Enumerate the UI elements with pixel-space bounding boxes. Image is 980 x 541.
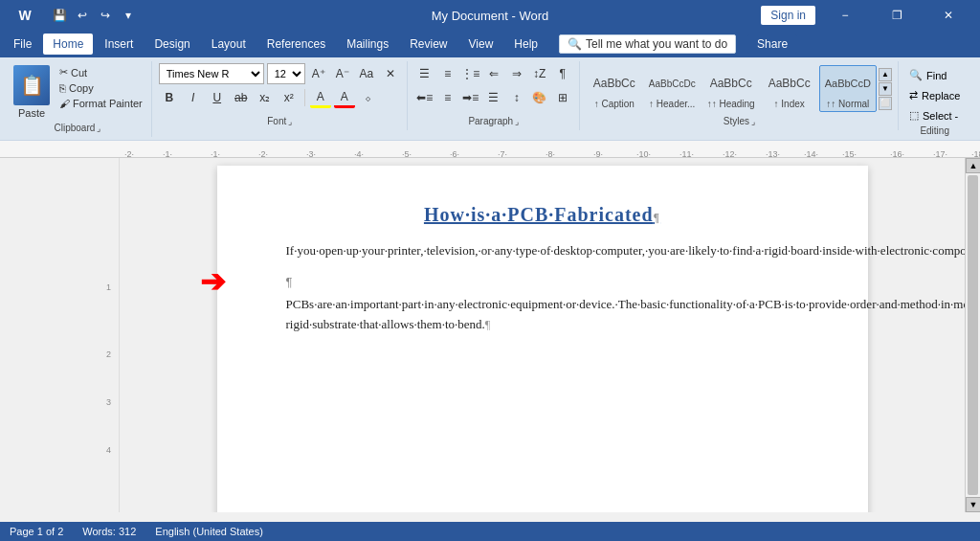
bold-button[interactable]: B (159, 87, 180, 108)
language: English (United States) (155, 526, 263, 537)
font-color-button[interactable]: A (334, 87, 355, 108)
decrease-font-button[interactable]: A⁻ (332, 63, 353, 84)
select-button[interactable]: ⬚ Select - (905, 107, 962, 124)
replace-button[interactable]: ⇄ Replace (905, 87, 964, 103)
paragraph-mark: ¶ (286, 275, 293, 289)
menu-item-layout[interactable]: Layout (202, 34, 256, 55)
document-title: My Document - Word (432, 9, 549, 23)
multilevel-button[interactable]: ⋮≡ (460, 63, 481, 84)
paste-label: Paste (18, 107, 45, 119)
title-bar: W 💾 ↩ ↪ ▾ My Document - Word Sign in − ❐… (0, 0, 980, 31)
clipboard-dialog-launcher[interactable]: ⌟ (97, 124, 100, 133)
page-info: Page 1 of 2 (10, 526, 63, 537)
close-button[interactable]: ✕ (926, 0, 970, 31)
redo-qat-button[interactable]: ↪ (96, 6, 115, 25)
word-count: Words: 312 (82, 526, 136, 537)
increase-indent-button[interactable]: ⇒ (506, 63, 527, 84)
scroll-up-button[interactable]: ▲ (966, 158, 980, 173)
share-button[interactable]: Share (747, 34, 797, 54)
subscript-button[interactable]: x₂ (255, 87, 276, 108)
menu-item-references[interactable]: References (257, 34, 335, 55)
font-group-label: Font (267, 116, 286, 126)
font-size-select[interactable]: 12 (267, 63, 305, 84)
menu-item-review[interactable]: Review (400, 34, 457, 55)
tell-me-field[interactable]: 🔍 Tell me what you want to do (559, 34, 736, 54)
numbering-button[interactable]: ≡ (437, 63, 458, 84)
undo-qat-button[interactable]: ↩ (73, 6, 92, 25)
menu-item-home[interactable]: Home (43, 34, 93, 55)
clipboard-group-label: Clipboard (54, 123, 95, 133)
clear-formatting-button[interactable]: ✕ (380, 63, 401, 84)
strikethrough-button[interactable]: ab (231, 87, 252, 108)
increase-font-button[interactable]: A⁺ (308, 63, 329, 84)
format-painter-button[interactable]: 🖌 Format Painter (56, 97, 145, 110)
shading-para-button[interactable]: 🎨 (529, 87, 550, 108)
sort-button[interactable]: ↕Z (529, 63, 550, 84)
menu-item-help[interactable]: Help (504, 34, 547, 55)
style-index[interactable]: AaBbCc ↑ Index (762, 66, 817, 111)
copy-button[interactable]: ⎘ Copy (56, 81, 145, 95)
style-normal[interactable]: AaBbCcD ↑↑ Normal (819, 65, 877, 112)
vertical-scrollbar[interactable]: ▲ ▼ (965, 158, 980, 512)
font-dialog-launcher[interactable]: ⌟ (288, 117, 292, 126)
minimize-button[interactable]: − (823, 0, 867, 31)
show-marks-button[interactable]: ¶ (552, 63, 573, 84)
align-left-button[interactable]: ⬅≡ (414, 87, 435, 108)
save-qat-button[interactable]: 💾 (50, 6, 69, 25)
bullets-button[interactable]: ☰ (414, 63, 435, 84)
borders-button[interactable]: ⊞ (552, 87, 573, 108)
styles-scroll-down[interactable]: ▼ (879, 82, 892, 96)
arrow-paragraph-row: ➔ ¶ (286, 275, 799, 289)
ruler: ·2· ·1· ·1· ·2· ·3· ·4· ·5· ·6· ·7· ·8· … (0, 141, 980, 158)
menu-bar: File Home Insert Design Layout Reference… (0, 31, 980, 57)
font-family-select[interactable]: Times New R (159, 63, 264, 84)
align-right-button[interactable]: ➡≡ (460, 87, 481, 108)
title-bar-right: Sign in − ❐ ✕ (761, 0, 970, 31)
word-page[interactable]: How·is·a·PCB·Fabricated¶ If·you·open·up·… (217, 166, 868, 512)
italic-button[interactable]: I (183, 87, 204, 108)
red-arrow-container: ➔ (200, 263, 226, 300)
text-highlight-button[interactable]: A (310, 87, 331, 108)
underline-button[interactable]: U (207, 87, 228, 108)
scroll-thumb[interactable] (968, 175, 978, 495)
search-icon: 🔍 (568, 37, 582, 51)
styles-scroll-up[interactable]: ▲ (879, 68, 892, 81)
styles-dialog-launcher[interactable]: ⌟ (751, 117, 755, 126)
center-button[interactable]: ≡ (437, 87, 458, 108)
quick-access-toolbar: 💾 ↩ ↪ ▾ (46, 6, 142, 25)
restore-button[interactable]: ❐ (875, 0, 919, 31)
scroll-down-button[interactable]: ▼ (966, 497, 980, 512)
paragraph-dialog-launcher[interactable]: ⌟ (515, 117, 519, 126)
find-button[interactable]: 🔍 Find (905, 67, 950, 83)
replace-icon: ⇄ (909, 89, 918, 101)
menu-item-mailings[interactable]: Mailings (337, 34, 398, 55)
menu-item-insert[interactable]: Insert (95, 34, 143, 55)
paragraph-2[interactable]: PCBs·are·an·important·part·in·any·electr… (286, 295, 799, 335)
red-arrow-icon: ➔ (200, 263, 226, 300)
style-header[interactable]: AaBbCcDc ↑ Header... (644, 66, 701, 111)
menu-item-file[interactable]: File (4, 34, 41, 55)
shading-button[interactable]: ⬦ (358, 87, 379, 108)
sign-in-button[interactable]: Sign in (761, 6, 815, 25)
document-area: 1 2 3 4 How·is·a·PCB·Fabricated¶ If·you·… (0, 158, 980, 512)
styles-scroll: ▲ ▼ ⬜ (879, 68, 892, 110)
customize-qat-button[interactable]: ▾ (119, 6, 138, 25)
change-case-button[interactable]: Aa (356, 63, 377, 84)
style-heading[interactable]: AaBbCc ↑↑ Heading (702, 66, 760, 111)
find-icon: 🔍 (909, 69, 923, 81)
justify-button[interactable]: ☰ (483, 87, 504, 108)
clipboard-group: 📋 Paste ✂ Cut ⎘ Copy 🖌 Format Painter Cl… (4, 61, 152, 137)
styles-more[interactable]: ⬜ (879, 97, 892, 110)
style-caption[interactable]: AaBbCc ↑ Caption (587, 66, 642, 111)
paragraph-1[interactable]: If·you·open·up·your·printer,·television,… (286, 241, 799, 261)
paste-button[interactable]: 📋 Paste (10, 63, 54, 121)
decrease-indent-button[interactable]: ⇐ (483, 63, 504, 84)
superscript-button[interactable]: x² (278, 87, 300, 108)
styles-group: AaBbCc ↑ Caption AaBbCcDc ↑ Header... Aa… (581, 61, 899, 130)
cut-button[interactable]: ✂ Cut (56, 65, 145, 79)
line-spacing-button[interactable]: ↕ (506, 87, 527, 108)
left-margin: 1 2 3 4 (0, 158, 120, 512)
editing-group: 🔍 Find ⇄ Replace ⬚ Select - Editing (900, 61, 969, 140)
menu-item-view[interactable]: View (459, 34, 503, 55)
menu-item-design[interactable]: Design (145, 34, 199, 55)
